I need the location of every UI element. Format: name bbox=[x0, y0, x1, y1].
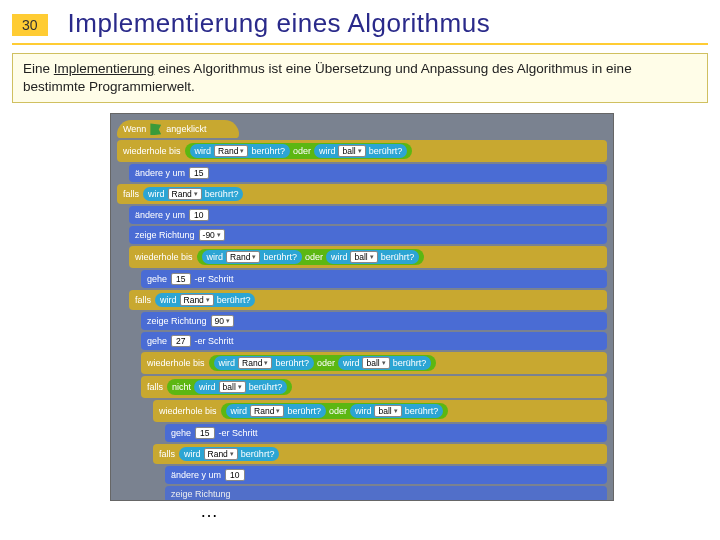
move-label: gehe bbox=[171, 428, 191, 438]
touching-sensor: wird Rand berührt? bbox=[226, 404, 326, 418]
steps-label: -er Schritt bbox=[219, 428, 258, 438]
point-label: zeige Richtung bbox=[147, 316, 207, 326]
or-label: oder bbox=[317, 358, 335, 368]
if-block: falls wird Rand berührt? bbox=[129, 290, 607, 310]
change-y-block: ändere y um 10 bbox=[165, 466, 607, 484]
touching-sensor: wird Rand berührt? bbox=[143, 187, 243, 201]
point-direction-block: zeige Richtung 90 bbox=[141, 312, 607, 330]
edge-dropdown[interactable]: Rand bbox=[180, 294, 214, 306]
edge-dropdown[interactable]: Rand bbox=[250, 405, 284, 417]
beruhrt-label: berührt? bbox=[217, 295, 251, 305]
repeat-until-block: wiederhole bis wird Rand berührt? oder w… bbox=[141, 352, 607, 374]
beruhrt-label: berührt? bbox=[263, 252, 297, 262]
value-input[interactable]: 27 bbox=[171, 335, 190, 347]
not-label: nicht bbox=[172, 382, 191, 392]
beruhrt-label: berührt? bbox=[249, 382, 283, 392]
touching-sensor: wird Rand berührt? bbox=[214, 356, 314, 370]
beruhrt-label: berührt? bbox=[393, 358, 427, 368]
wird-label: wird bbox=[319, 146, 336, 156]
change-y-block: ändere y um 15 bbox=[129, 164, 607, 182]
point-label: zeige Richtung bbox=[171, 489, 231, 499]
slide-header: 30 Implementierung eines Algorithmus bbox=[0, 0, 720, 39]
wird-label: wird bbox=[231, 406, 248, 416]
beruhrt-label: berührt? bbox=[405, 406, 439, 416]
repeat-until-block: wiederhole bis wird Rand berührt? oder w… bbox=[129, 246, 607, 268]
repeat-until-block: wiederhole bis wird Rand berührt? oder w… bbox=[153, 400, 607, 422]
wird-label: wird bbox=[199, 382, 216, 392]
not-operator: nicht wird ball berührt? bbox=[167, 379, 292, 395]
move-label: gehe bbox=[147, 274, 167, 284]
or-operator: wird Rand berührt? oder wird ball berühr… bbox=[197, 249, 425, 265]
slide: 30 Implementierung eines Algorithmus Ein… bbox=[0, 0, 720, 540]
point-direction-block: zeige Richtung -90 bbox=[129, 226, 607, 244]
when-label: Wenn bbox=[123, 124, 146, 134]
move-steps-block: gehe 27 -er Schritt bbox=[141, 332, 607, 350]
if-label: falls bbox=[159, 449, 175, 459]
point-direction-block: zeige Richtung bbox=[165, 486, 607, 501]
ball-dropdown[interactable]: ball bbox=[362, 357, 389, 369]
direction-dropdown[interactable]: 90 bbox=[211, 315, 234, 327]
move-steps-block: gehe 15 -er Schritt bbox=[141, 270, 607, 288]
intro-keyword: Implementierung bbox=[54, 61, 155, 76]
ball-dropdown[interactable]: ball bbox=[219, 381, 246, 393]
repeat-label: wiederhole bis bbox=[135, 252, 193, 262]
steps-label: -er Schritt bbox=[195, 336, 234, 346]
value-input[interactable]: 10 bbox=[225, 469, 244, 481]
intro-box: Eine Implementierung eines Algorithmus i… bbox=[12, 53, 708, 103]
beruhrt-label: berührt? bbox=[275, 358, 309, 368]
wird-label: wird bbox=[207, 252, 224, 262]
edge-dropdown[interactable]: Rand bbox=[168, 188, 202, 200]
value-input[interactable]: 15 bbox=[171, 273, 190, 285]
change-y-label: ändere y um bbox=[171, 470, 221, 480]
intro-prefix: Eine bbox=[23, 61, 54, 76]
ball-dropdown[interactable]: ball bbox=[350, 251, 377, 263]
wird-label: wird bbox=[355, 406, 372, 416]
wird-label: wird bbox=[331, 252, 348, 262]
beruhrt-label: berührt? bbox=[241, 449, 275, 459]
or-label: oder bbox=[293, 146, 311, 156]
if-label: falls bbox=[123, 189, 139, 199]
touching-sensor: wird ball berührt? bbox=[314, 144, 407, 158]
edge-dropdown[interactable]: Rand bbox=[226, 251, 260, 263]
ball-dropdown[interactable]: ball bbox=[338, 145, 365, 157]
wird-label: wird bbox=[160, 295, 177, 305]
or-operator: wird Rand berührt? oder wird ball berühr… bbox=[185, 143, 413, 159]
or-operator: wird Rand berührt? oder wird ball berühr… bbox=[209, 355, 437, 371]
direction-dropdown[interactable]: -90 bbox=[199, 229, 225, 241]
beruhrt-label: berührt? bbox=[287, 406, 321, 416]
title-underline bbox=[12, 43, 708, 45]
wird-label: wird bbox=[219, 358, 236, 368]
edge-dropdown[interactable]: Rand bbox=[204, 448, 238, 460]
move-label: gehe bbox=[147, 336, 167, 346]
value-input[interactable]: 10 bbox=[189, 209, 208, 221]
change-y-label: ändere y um bbox=[135, 210, 185, 220]
beruhrt-label: berührt? bbox=[205, 189, 239, 199]
or-label: oder bbox=[305, 252, 323, 262]
touching-sensor: wird ball berührt? bbox=[350, 404, 443, 418]
beruhrt-label: berührt? bbox=[381, 252, 415, 262]
beruhrt-label: berührt? bbox=[369, 146, 403, 156]
steps-label: -er Schritt bbox=[195, 274, 234, 284]
if-block: falls nicht wird ball berührt? bbox=[141, 376, 607, 398]
if-label: falls bbox=[147, 382, 163, 392]
change-y-block: ändere y um 10 bbox=[129, 206, 607, 224]
clicked-label: angeklickt bbox=[166, 124, 206, 134]
edge-dropdown[interactable]: Rand bbox=[214, 145, 248, 157]
slide-title: Implementierung eines Algorithmus bbox=[68, 8, 491, 39]
edge-dropdown[interactable]: Rand bbox=[238, 357, 272, 369]
if-block: falls wird Rand berührt? bbox=[153, 444, 607, 464]
change-y-label: ändere y um bbox=[135, 168, 185, 178]
point-label: zeige Richtung bbox=[135, 230, 195, 240]
touching-sensor: wird Rand berührt? bbox=[202, 250, 302, 264]
touching-sensor: wird Rand berührt? bbox=[190, 144, 290, 158]
touching-sensor: wird Rand berührt? bbox=[179, 447, 279, 461]
wird-label: wird bbox=[148, 189, 165, 199]
ball-dropdown[interactable]: ball bbox=[374, 405, 401, 417]
repeat-label: wiederhole bis bbox=[147, 358, 205, 368]
hat-block: Wenn angeklickt bbox=[117, 120, 239, 138]
value-input[interactable]: 15 bbox=[189, 167, 208, 179]
beruhrt-label: berührt? bbox=[251, 146, 285, 156]
touching-sensor: wird ball berührt? bbox=[194, 380, 287, 394]
or-label: oder bbox=[329, 406, 347, 416]
value-input[interactable]: 15 bbox=[195, 427, 214, 439]
